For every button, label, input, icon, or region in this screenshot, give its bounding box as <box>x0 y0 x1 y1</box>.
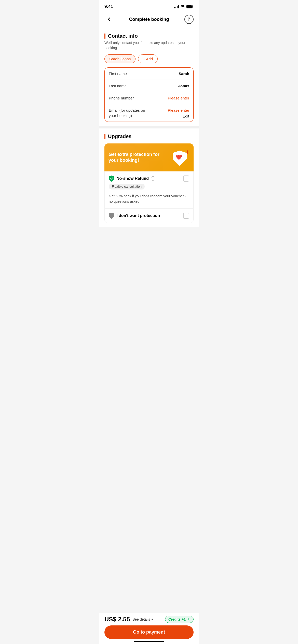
upgrades-header: Upgrades <box>104 134 194 139</box>
plus-icon: + <box>185 149 189 156</box>
option-no-protection[interactable]: I don't want protection <box>105 209 193 223</box>
contact-tabs: Sarah Jonas + Add <box>104 54 194 63</box>
page-title: Complete booking <box>129 17 169 22</box>
status-bar: 9:41 <box>99 0 199 12</box>
noshow-title: No-show Refund <box>116 176 149 181</box>
noprotection-checkbox[interactable] <box>183 213 189 219</box>
option-noshow-refund[interactable]: No-show Refund i Flexible cancellation G… <box>105 171 193 209</box>
upgrades-indicator <box>104 134 105 139</box>
shield-check-icon <box>109 175 114 182</box>
info-icon[interactable]: i <box>151 176 155 181</box>
contact-section-header: Contact info <box>104 33 194 39</box>
contact-row-firstname: First name Sarah <box>105 68 193 80</box>
contact-row-phone[interactable]: Phone number Please enter <box>105 92 193 104</box>
phone-value: Please enter <box>168 96 189 100</box>
edit-button[interactable]: Edit <box>183 114 189 118</box>
email-value: Please enter <box>168 108 189 112</box>
status-time: 9:41 <box>104 4 113 9</box>
back-button[interactable] <box>104 15 114 24</box>
contact-section-title: Contact info <box>108 33 138 39</box>
noshow-badge: Flexible cancellation <box>109 184 145 189</box>
checkmark-icon <box>110 177 113 180</box>
firstname-value: Sarah <box>179 71 189 76</box>
lastname-value: Jonas <box>178 84 189 88</box>
upgrades-section: Upgrades Get extra protection for your b… <box>99 128 199 227</box>
options-list: No-show Refund i Flexible cancellation G… <box>104 171 194 223</box>
protection-banner: Get extra protection for your booking! ❤… <box>104 143 194 171</box>
tab-sarah-jonas[interactable]: Sarah Jonas <box>104 54 136 63</box>
option-header-noshow: No-show Refund i <box>109 175 189 182</box>
svg-rect-1 <box>187 5 192 8</box>
wifi-icon <box>180 5 185 8</box>
tab-add[interactable]: + Add <box>138 54 158 63</box>
signal-icon <box>174 5 179 8</box>
section-indicator <box>104 33 105 39</box>
help-button[interactable]: ? <box>184 15 194 24</box>
battery-icon <box>186 5 194 8</box>
noshow-checkbox[interactable] <box>183 175 189 182</box>
contact-row-email[interactable]: Email (for updates on your booking) Plea… <box>105 104 193 122</box>
contact-row-lastname: Last name Jonas <box>105 80 193 92</box>
noprotection-title: I don't want protection <box>116 213 160 218</box>
protection-banner-text: Get extra protection for your booking! <box>109 152 165 164</box>
contact-section-subtitle: We'll only contact you if there's any up… <box>104 40 194 50</box>
nav-header: Complete booking ? <box>99 12 199 28</box>
contact-card: First name Sarah Last name Jonas Phone n… <box>104 67 194 122</box>
phone-label: Phone number <box>109 95 134 101</box>
upgrades-title: Upgrades <box>108 134 131 139</box>
lastname-label: Last name <box>109 83 127 89</box>
heart-icon: ❤️ <box>176 154 182 160</box>
shield-outline-icon <box>109 213 114 219</box>
section-separator <box>99 126 199 128</box>
status-icons <box>174 5 194 8</box>
noshow-desc: Get 60% back if you don't redeem your vo… <box>109 194 189 204</box>
contact-section: Contact info We'll only contact you if t… <box>99 28 199 126</box>
protection-icon: ❤️ + <box>172 149 189 166</box>
email-label: Email (for updates on your booking) <box>109 108 150 118</box>
option-header-noprotection: I don't want protection <box>109 213 189 219</box>
firstname-label: First name <box>109 71 127 76</box>
